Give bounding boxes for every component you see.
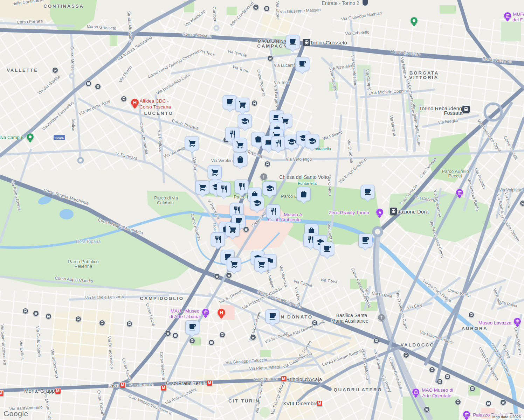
electronics-pin[interactable] [262,136,276,150]
attraction-pin[interactable] [376,208,384,216]
train-station-icon[interactable] [303,38,311,47]
train-station-icon[interactable] [462,105,470,113]
school-pin[interactable] [250,196,264,210]
bus-stop-icon[interactable] [226,272,232,278]
bus-stop-icon[interactable] [99,320,105,326]
metro-station-icon[interactable]: M [55,388,61,394]
shopping-pin[interactable] [219,222,233,236]
school-pin[interactable] [263,181,277,195]
supermarket-pin[interactable] [235,98,249,112]
shopping-pin[interactable] [304,224,318,238]
metro-station-icon[interactable]: M [281,376,287,382]
shopping-pin[interactable] [248,188,262,202]
supermarket-pin[interactable] [233,138,247,152]
bus-stop-icon[interactable] [223,137,229,143]
metro-station-icon[interactable]: M [120,382,126,388]
landmark-pin[interactable] [263,254,277,268]
bus-stop-icon[interactable] [500,399,506,405]
bus-stop-icon[interactable] [46,313,51,319]
bus-stop-icon[interactable] [444,374,450,380]
bus-stop-icon[interactable] [126,321,132,327]
metro-station-icon[interactable]: M [317,400,323,406]
supermarket-pin[interactable] [226,223,240,237]
metro-station-icon[interactable]: M [207,380,213,386]
bus-stop-icon[interactable] [264,161,270,167]
bus-stop-icon[interactable] [121,96,127,102]
cafe-pin[interactable] [286,35,300,49]
supermarket-pin[interactable] [254,257,268,271]
supermarket-pin[interactable] [208,165,222,179]
bus-stop-icon[interactable] [437,379,443,385]
cafe-pin[interactable] [358,233,372,247]
supermarket-pin[interactable] [227,257,241,271]
map-canvas[interactable]: della ContinassaCorso FerraraCorso Gross… [0,0,524,420]
bus-stop-icon[interactable] [243,226,249,232]
bus-stop-icon[interactable] [75,316,81,322]
cafe-pin[interactable] [295,57,309,71]
supermarket-pin[interactable] [195,180,209,194]
bus-stop-icon[interactable] [251,100,257,106]
bus-stop-icon[interactable] [22,308,28,314]
bus-stop-icon[interactable] [468,312,474,318]
cafe-pin[interactable] [361,185,375,199]
school-pin[interactable] [238,114,252,128]
train-station-icon[interactable] [389,207,398,215]
school-pin[interactable] [285,135,299,149]
bus-stop-icon[interactable] [312,320,318,326]
bus-stop-icon[interactable] [33,310,39,316]
place-pin[interactable] [410,17,418,24]
supermarket-pin[interactable] [185,136,199,150]
metro-station-icon[interactable]: M [0,390,4,396]
cafe-pin[interactable] [221,250,235,264]
hospital-pin[interactable]: H [131,98,139,107]
restaurant-pin[interactable] [271,136,285,150]
school-pin[interactable] [251,251,265,265]
shopping-pin[interactable] [251,132,265,146]
shopping-pin[interactable] [270,122,284,136]
bus-stop-icon[interactable] [264,6,270,12]
church-icon[interactable] [378,314,385,321]
school-pin[interactable] [313,235,327,249]
shopping-pin[interactable] [233,152,247,166]
bus-stop-icon[interactable] [267,55,273,61]
restaurant-pin[interactable] [230,203,244,217]
restaurant-pin[interactable] [211,232,225,246]
supermarket-pin[interactable] [278,114,292,128]
bus-stop-icon[interactable] [429,367,435,373]
bus-stop-icon[interactable] [253,4,259,10]
restaurant-pin[interactable] [303,233,317,247]
museum-pin[interactable] [504,12,511,20]
bus-stop-icon[interactable] [373,338,379,344]
museum-pin[interactable] [202,308,209,316]
shopping-pin[interactable] [297,187,311,201]
bus-stop-icon[interactable] [520,200,524,206]
restaurant-pin[interactable] [235,180,249,194]
bus-stop-icon[interactable] [208,340,214,345]
bus-stop-icon[interactable] [52,67,58,73]
museum-pin[interactable] [456,189,463,196]
cafe-pin[interactable] [266,309,280,323]
cafe-pin[interactable] [223,95,237,109]
church-icon[interactable] [260,173,268,181]
museum-pin[interactable] [463,411,470,418]
bus-stop-icon[interactable] [219,332,225,338]
metro-station-icon[interactable]: M [161,385,167,391]
restaurant-pin[interactable] [217,182,231,196]
bus-stop-icon[interactable] [485,400,491,406]
bus-stop-icon[interactable] [455,399,461,405]
bus-stop-icon[interactable] [469,386,475,392]
hospital-pin[interactable]: H [217,308,226,317]
bus-stop-icon[interactable] [172,332,178,338]
bus-stop-icon[interactable] [165,330,171,336]
cafe-pin[interactable] [185,320,199,334]
school-pin[interactable] [305,134,319,148]
bus-stop-icon[interactable] [250,334,256,340]
museum-pin[interactable] [412,388,420,396]
school-pin[interactable] [296,131,310,145]
bus-stop-icon[interactable] [424,406,430,412]
bus-stop-icon[interactable] [189,338,195,344]
restaurant-pin[interactable] [266,204,280,218]
cafe-pin[interactable] [232,214,246,228]
museum-pin[interactable] [513,317,521,325]
supermarket-pin[interactable] [269,129,283,143]
